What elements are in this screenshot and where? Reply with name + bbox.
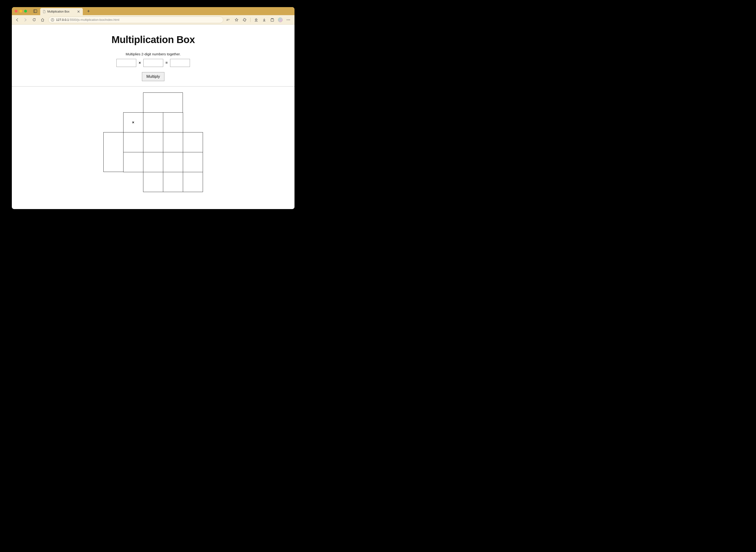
refresh-button[interactable] bbox=[31, 17, 37, 23]
page-content: Multiplication Box Multiplies 2-digit nu… bbox=[12, 25, 294, 209]
document-icon bbox=[42, 10, 46, 13]
grid-empty bbox=[104, 93, 123, 113]
grid-empty bbox=[123, 93, 143, 113]
tab-overview-icon[interactable] bbox=[32, 8, 38, 14]
grid-cell bbox=[183, 172, 203, 192]
address-bar[interactable]: 127.0.0.1:5500/js-multiplication-box/ind… bbox=[48, 17, 223, 23]
grid-cell bbox=[123, 152, 143, 172]
grid-cell bbox=[163, 152, 183, 172]
times-symbol: × bbox=[139, 61, 141, 65]
url-host: 127.0.0.1 bbox=[56, 18, 69, 21]
grid-cell-times: × bbox=[123, 112, 143, 132]
favorite-icon[interactable] bbox=[234, 17, 239, 22]
svg-text:A⁹⁾: A⁹⁾ bbox=[226, 18, 230, 21]
multiplication-grid: × bbox=[104, 93, 203, 192]
more-icon[interactable] bbox=[286, 17, 291, 22]
grid-cell bbox=[163, 172, 183, 192]
grid-empty bbox=[123, 172, 143, 192]
grid-cell-multiplicand bbox=[143, 93, 183, 113]
collections-icon[interactable] bbox=[270, 17, 275, 22]
downloads-icon[interactable] bbox=[262, 17, 267, 22]
calc-row: × = bbox=[12, 59, 294, 67]
multiplication-grid-wrap: × bbox=[12, 93, 294, 199]
browser-tab[interactable]: Multiplication Box bbox=[40, 8, 83, 15]
grid-cell bbox=[143, 112, 163, 132]
svg-rect-13 bbox=[271, 19, 274, 21]
favorites-list-icon[interactable] bbox=[254, 17, 259, 22]
new-tab-button[interactable] bbox=[86, 8, 91, 14]
grid-cell bbox=[143, 172, 163, 192]
section-divider bbox=[12, 86, 294, 87]
back-button[interactable] bbox=[14, 17, 20, 23]
browser-window: Multiplication Box 127.0.0.1:5500/ bbox=[12, 7, 294, 209]
toolbar-right: A⁹⁾ bbox=[226, 17, 292, 22]
page-subtitle: Multiplies 2-digit numbers together. bbox=[12, 52, 294, 56]
url-text: 127.0.0.1:5500/js-multiplication-box/ind… bbox=[56, 18, 119, 21]
grid-empty bbox=[104, 172, 123, 192]
button-row: Multiply bbox=[12, 72, 294, 81]
close-window-button[interactable] bbox=[15, 10, 17, 13]
tab-bar: Multiplication Box bbox=[12, 7, 294, 15]
equals-symbol: = bbox=[165, 61, 168, 65]
close-tab-button[interactable] bbox=[77, 10, 81, 13]
window-controls bbox=[15, 10, 27, 13]
grid-cell-multiplier bbox=[103, 132, 123, 172]
url-bar: 127.0.0.1:5500/js-multiplication-box/ind… bbox=[12, 15, 294, 25]
operand-a-input[interactable] bbox=[116, 59, 136, 67]
read-aloud-icon[interactable]: A⁹⁾ bbox=[226, 17, 231, 22]
result-input[interactable] bbox=[170, 59, 190, 67]
profile-avatar[interactable] bbox=[278, 17, 283, 22]
page-title: Multiplication Box bbox=[12, 34, 294, 45]
grid-cell bbox=[143, 132, 163, 152]
maximize-window-button[interactable] bbox=[24, 10, 27, 13]
url-path: /js-multiplication-box/index.html bbox=[77, 18, 119, 21]
svg-rect-0 bbox=[34, 10, 37, 13]
tab-title: Multiplication Box bbox=[47, 10, 69, 13]
grid-empty bbox=[183, 113, 203, 132]
home-button[interactable] bbox=[40, 17, 45, 23]
operand-b-input[interactable] bbox=[143, 59, 163, 67]
minimize-window-button[interactable] bbox=[19, 10, 22, 13]
site-info-icon[interactable] bbox=[51, 18, 54, 21]
grid-empty bbox=[183, 93, 203, 113]
url-port: :5500 bbox=[69, 18, 77, 21]
toolbar-divider bbox=[250, 18, 251, 22]
grid-cell bbox=[143, 152, 163, 172]
grid-cell bbox=[163, 112, 183, 132]
svg-point-16 bbox=[289, 19, 290, 20]
multiply-button[interactable]: Multiply bbox=[142, 72, 165, 81]
forward-button[interactable] bbox=[23, 17, 28, 23]
svg-point-15 bbox=[288, 19, 289, 20]
grid-times-symbol: × bbox=[132, 120, 134, 125]
grid-cell bbox=[163, 132, 183, 152]
svg-point-14 bbox=[287, 19, 287, 20]
extensions-icon[interactable] bbox=[242, 17, 247, 22]
grid-cell bbox=[123, 132, 143, 152]
grid-empty bbox=[104, 113, 123, 132]
grid-cell bbox=[183, 132, 203, 152]
grid-cell bbox=[183, 152, 203, 172]
